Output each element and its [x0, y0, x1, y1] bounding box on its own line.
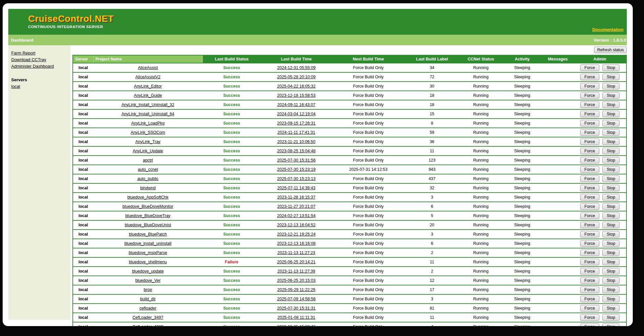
stop-button[interactable]: Stop	[602, 148, 620, 154]
force-button[interactable]: Force	[580, 203, 599, 210]
project-link[interactable]: AnyLink_Update	[133, 149, 163, 153]
stop-button[interactable]: Stop	[602, 203, 620, 210]
force-button[interactable]: Force	[580, 296, 599, 302]
force-button[interactable]: Force	[580, 268, 599, 275]
force-button[interactable]: Force	[580, 138, 599, 145]
force-button[interactable]: Force	[580, 120, 599, 127]
project-link[interactable]: auto_ccnet	[138, 167, 158, 172]
project-link[interactable]: AnyLink_Guide	[134, 93, 162, 98]
last-build-time-link[interactable]: 2025-07-30 15:23:19	[277, 167, 316, 172]
stop-button[interactable]: Stop	[602, 249, 620, 256]
last-build-time-link[interactable]: 2023-11-13 11:27:23	[278, 250, 315, 255]
force-button[interactable]: Force	[580, 101, 599, 108]
sidebar-link-server-local[interactable]: local	[11, 83, 68, 90]
documentation-link[interactable]: Documentation	[592, 27, 623, 32]
stop-button[interactable]: Stop	[602, 240, 620, 247]
force-button[interactable]: Force	[580, 129, 599, 136]
force-button[interactable]: Force	[580, 305, 599, 312]
force-button[interactable]: Force	[580, 64, 599, 71]
project-link[interactable]: AnyLink_LoadPkg	[131, 121, 165, 126]
project-link[interactable]: AnyLink_Install_Uninstall_64	[121, 112, 174, 116]
last-build-time-link[interactable]: 2024-02-27 13:51:54	[277, 213, 316, 218]
stop-button[interactable]: Stop	[602, 92, 620, 99]
project-link[interactable]: AliceAssist	[138, 65, 158, 70]
last-build-time-link[interactable]: 2023-12-13 16:16:08	[277, 241, 316, 246]
last-build-time-link[interactable]: 2023-11-21 10:06:50	[277, 139, 315, 144]
last-build-time-link[interactable]: 2025-07-11 14:39:43	[277, 186, 315, 190]
last-build-time-link[interactable]: 2023-09-15 17:26:31	[277, 121, 316, 126]
force-button[interactable]: Force	[580, 148, 599, 154]
force-button[interactable]: Force	[580, 314, 599, 321]
force-button[interactable]: Force	[580, 259, 599, 265]
stop-button[interactable]: Stop	[602, 120, 620, 127]
stop-button[interactable]: Stop	[602, 231, 620, 238]
last-build-time-link[interactable]: 2025-07-30 15:23:13	[277, 176, 316, 181]
force-button[interactable]: Force	[580, 249, 599, 256]
stop-button[interactable]: Stop	[602, 268, 620, 275]
force-button[interactable]: Force	[580, 157, 599, 164]
force-button[interactable]: Force	[580, 212, 599, 219]
project-link[interactable]: bluedove_BlueDoveTray	[125, 213, 170, 218]
refresh-status-button[interactable]: Refresh status	[594, 47, 627, 53]
force-button[interactable]: Force	[580, 231, 599, 238]
last-build-time-link[interactable]: 2025-07-30 15:31:56	[277, 158, 316, 163]
last-build-time-link[interactable]: 2023-08-25 15:04:48	[277, 149, 316, 153]
stop-button[interactable]: Stop	[602, 259, 620, 265]
stop-button[interactable]: Stop	[602, 129, 620, 136]
project-link[interactable]: apctrl	[143, 158, 153, 163]
stop-button[interactable]: Stop	[602, 212, 620, 219]
last-build-time-link[interactable]: 2025-06-25 20:14:21	[277, 260, 316, 264]
project-link[interactable]: bluedove_AppSoftChk	[127, 195, 168, 200]
project-link[interactable]: bluedove_shellmenu	[129, 260, 167, 264]
sidebar-link-download-cctray[interactable]: Download CCTray	[11, 56, 68, 63]
stop-button[interactable]: Stop	[602, 157, 620, 164]
project-link[interactable]: AnyLink_Editor	[134, 84, 162, 89]
force-button[interactable]: Force	[580, 323, 599, 326]
stop-button[interactable]: Stop	[602, 166, 620, 173]
project-link[interactable]: AnyLink_SSOCom	[131, 130, 165, 135]
last-build-time-link[interactable]: 2023-11-13 11:27:39	[278, 269, 315, 274]
project-link[interactable]: auto_public	[137, 176, 158, 181]
project-link[interactable]: build_dir	[140, 297, 155, 301]
project-link[interactable]: brop	[144, 287, 152, 292]
last-build-time-link[interactable]: 2024-12-31 05:55:09	[277, 65, 316, 70]
last-build-time-link[interactable]: 2025-07-30 15:31:31	[277, 306, 316, 311]
force-button[interactable]: Force	[580, 286, 599, 293]
project-link[interactable]: bluedove_Ver	[135, 278, 160, 283]
force-button[interactable]: Force	[580, 83, 599, 90]
project-link[interactable]: bluedove_install_uninstall	[124, 241, 171, 246]
stop-button[interactable]: Stop	[602, 101, 620, 108]
stop-button[interactable]: Stop	[602, 175, 620, 182]
stop-button[interactable]: Stop	[602, 138, 620, 145]
last-build-time-link[interactable]: 2025-07-09 14:58:56	[277, 297, 316, 301]
stop-button[interactable]: Stop	[602, 323, 620, 326]
project-link[interactable]: bluedove_BlueDoveUnist	[125, 223, 171, 227]
last-build-time-link[interactable]: 2025-05-28 20:10:09	[277, 75, 316, 79]
force-button[interactable]: Force	[580, 222, 599, 228]
last-build-time-link[interactable]: 2025-05-29 11:22:25	[277, 287, 315, 292]
last-build-time-link[interactable]: 2025-01-08 11:11:31	[278, 315, 315, 320]
last-build-time-link[interactable]: 2023-12-18 15:58:53	[277, 93, 316, 98]
last-build-time-link[interactable]: 2025-06-25 20:15:03	[277, 278, 316, 283]
last-build-time-link[interactable]: 2024-09-11 16:43:07	[277, 102, 315, 107]
force-button[interactable]: Force	[580, 166, 599, 173]
force-button[interactable]: Force	[580, 92, 599, 99]
last-build-time-link[interactable]: 2023-11-28 16:15:37	[277, 195, 315, 200]
column-header-project-name[interactable]: Project Name	[93, 55, 202, 63]
stop-button[interactable]: Stop	[602, 74, 620, 80]
stop-button[interactable]: Stop	[602, 83, 620, 90]
project-link[interactable]: bluedove_update	[132, 269, 164, 274]
project-link[interactable]: AliceAssistV2	[135, 75, 160, 79]
stop-button[interactable]: Stop	[602, 194, 620, 201]
last-build-time-link[interactable]: 2024-11-11 17:41:31	[278, 130, 315, 135]
sidebar-link-administer-dashboard[interactable]: Administer Dashboard	[11, 63, 68, 70]
project-link[interactable]: AnyLink_Tray	[135, 139, 160, 144]
last-build-time-link[interactable]: 2024-03-04 12:19:04	[277, 112, 316, 116]
last-build-time-link[interactable]: 2023-08-25 15:38:46	[277, 324, 316, 326]
last-build-time-link[interactable]: 2023-12-13 16:04:52	[277, 223, 316, 227]
stop-button[interactable]: Stop	[602, 111, 620, 117]
project-link[interactable]: bindwnd	[140, 186, 156, 190]
force-button[interactable]: Force	[580, 240, 599, 247]
project-link[interactable]: cefloader	[139, 306, 156, 311]
last-build-time-link[interactable]: 2023-11-27 20:21:07	[277, 204, 315, 209]
